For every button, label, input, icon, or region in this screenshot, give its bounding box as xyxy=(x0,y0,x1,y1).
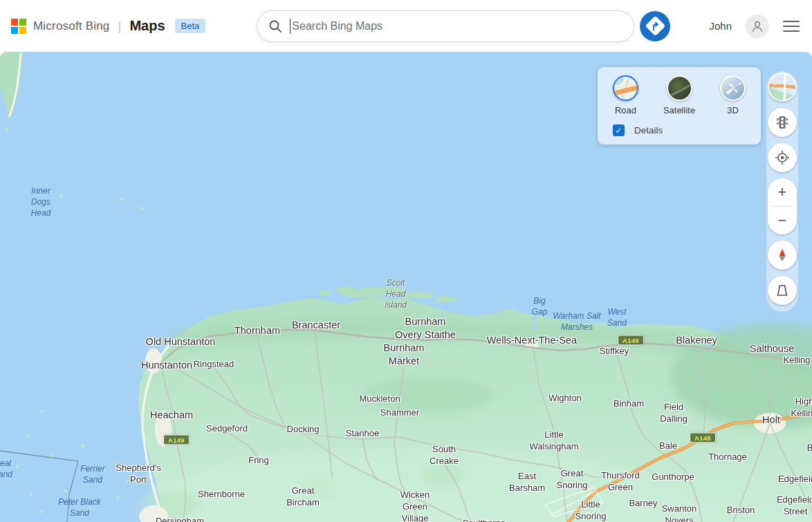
menu-button[interactable] xyxy=(783,19,800,33)
road-style-icon xyxy=(613,75,638,101)
birdseye-button[interactable] xyxy=(768,276,797,305)
map-style-3d[interactable]: 3D xyxy=(720,75,746,115)
person-icon xyxy=(750,19,764,33)
satellite-style-label: Satellite xyxy=(663,105,695,115)
details-checkbox[interactable]: ✓ xyxy=(613,124,625,136)
map-style-satellite[interactable]: Satellite xyxy=(663,75,695,115)
map-canvas[interactable]: Inner Dogs HeadScolt Head IslandBig GapW… xyxy=(0,52,812,522)
map-toolbar: + − xyxy=(766,71,798,312)
avatar[interactable] xyxy=(746,15,769,38)
zoom-in-button[interactable]: + xyxy=(768,178,797,206)
3d-style-icon xyxy=(720,75,746,101)
brand-text: Microsoft Bing xyxy=(33,19,110,33)
locate-icon xyxy=(775,150,790,165)
map-style-road[interactable]: Road xyxy=(613,75,638,115)
search-bar[interactable] xyxy=(257,10,634,42)
user-name: John xyxy=(709,20,732,32)
details-label: Details xyxy=(634,125,663,136)
road-style-label: Road xyxy=(615,105,636,115)
satellite-style-icon xyxy=(667,75,692,101)
directions-icon xyxy=(645,16,665,37)
map-style-panel: Road Satellite 3D ✓ Details xyxy=(598,67,761,145)
birdseye-icon xyxy=(775,283,789,297)
traffic-light-icon xyxy=(775,115,789,130)
compass-icon xyxy=(775,248,789,263)
text-cursor xyxy=(290,19,290,34)
compass-button[interactable] xyxy=(768,241,797,270)
zoom-control: + − xyxy=(768,178,797,234)
brand-divider: | xyxy=(118,19,122,34)
app-name: Maps xyxy=(129,18,165,34)
zoom-out-button[interactable]: − xyxy=(768,207,797,234)
search-input[interactable] xyxy=(292,20,622,32)
top-header: Microsoft Bing | Maps Beta John xyxy=(0,0,812,52)
map-style-preview-button[interactable] xyxy=(768,73,797,102)
locate-me-button[interactable] xyxy=(768,143,797,172)
beta-badge: Beta xyxy=(175,19,206,33)
directions-button[interactable] xyxy=(640,11,670,41)
search-icon xyxy=(268,19,282,33)
user-group: John xyxy=(709,15,800,38)
traffic-button[interactable] xyxy=(768,108,797,137)
bing-logo-group[interactable]: Microsoft Bing | Maps Beta xyxy=(11,18,205,34)
3d-style-label: 3D xyxy=(727,105,739,115)
microsoft-logo-icon xyxy=(11,19,26,34)
